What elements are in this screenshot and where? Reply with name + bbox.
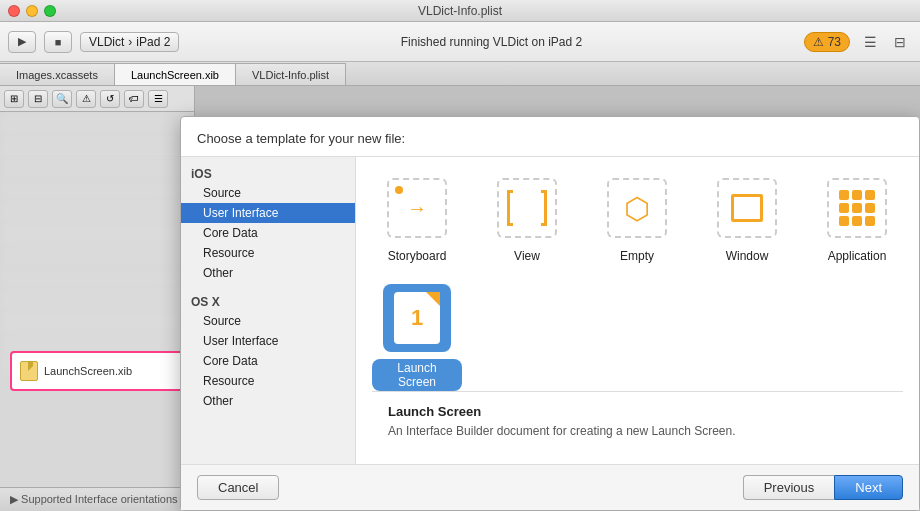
tab-launchscreen-xib[interactable]: LaunchScreen.xib bbox=[115, 63, 236, 85]
view-toggle-button[interactable]: ⊟ bbox=[888, 31, 912, 53]
breadcrumb-arrow: › bbox=[128, 35, 132, 49]
left-sidebar: ⊞ ⊟ 🔍 ⚠ ↺ 🏷 ☰ LaunchScreen.xib bbox=[0, 86, 195, 511]
play-button[interactable]: ▶ bbox=[8, 31, 36, 53]
cat-osx-resource[interactable]: Resource bbox=[181, 371, 355, 391]
cat-ios-user-interface[interactable]: User Interface bbox=[181, 203, 355, 223]
category-list: iOS Source User Interface Core Data Reso… bbox=[181, 157, 356, 464]
selected-file-name: LaunchScreen.xib bbox=[44, 365, 132, 377]
nav-buttons: Previous Next bbox=[743, 475, 903, 500]
tab-bar: Images.xcassets LaunchScreen.xib VLDict-… bbox=[0, 62, 920, 86]
warning-badge[interactable]: ⚠ 73 bbox=[804, 32, 850, 52]
device-name: iPad 2 bbox=[136, 35, 170, 49]
application-icon bbox=[822, 173, 892, 243]
grid-item-view[interactable]: View bbox=[482, 173, 572, 263]
view-label: View bbox=[514, 249, 540, 263]
file-icon bbox=[20, 361, 38, 381]
tab-images-xcassets[interactable]: Images.xcassets bbox=[0, 63, 115, 85]
cat-ios-resource[interactable]: Resource bbox=[181, 243, 355, 263]
window-label: Window bbox=[726, 249, 769, 263]
application-label: Application bbox=[828, 249, 887, 263]
minimize-button[interactable] bbox=[26, 5, 38, 17]
sidebar-btn-4[interactable]: ⚠ bbox=[76, 90, 96, 108]
editor-toggle-button[interactable]: ☰ bbox=[858, 31, 882, 53]
grid-item-storyboard[interactable]: → Storyboard bbox=[372, 173, 462, 263]
file-grid: → Storyboard View bbox=[356, 157, 919, 464]
cat-osx-core-data[interactable]: Core Data bbox=[181, 351, 355, 371]
previous-button[interactable]: Previous bbox=[743, 475, 835, 500]
launch-screen-label: Launch Screen bbox=[372, 359, 462, 391]
window-icon bbox=[712, 173, 782, 243]
grid-item-window[interactable]: Window bbox=[702, 173, 792, 263]
storyboard-icon: → bbox=[382, 173, 452, 243]
bottom-path: ▶ Supported Interface orientations (... bbox=[10, 493, 194, 506]
cat-ios-other[interactable]: Other bbox=[181, 263, 355, 283]
grid-item-empty[interactable]: ⬡ Empty bbox=[592, 173, 682, 263]
cat-osx-other[interactable]: Other bbox=[181, 391, 355, 411]
maximize-button[interactable] bbox=[44, 5, 56, 17]
cancel-button[interactable]: Cancel bbox=[197, 475, 279, 500]
cat-ios-core-data[interactable]: Core Data bbox=[181, 223, 355, 243]
main-area: ⊞ ⊟ 🔍 ⚠ ↺ 🏷 ☰ LaunchScreen.xib bbox=[0, 86, 920, 511]
description-text: An Interface Builder document for creati… bbox=[388, 423, 887, 440]
title-bar: VLDict-Info.plist bbox=[0, 0, 920, 22]
description-title: Launch Screen bbox=[388, 404, 887, 419]
dialog-body: iOS Source User Interface Core Data Reso… bbox=[181, 157, 919, 464]
sidebar-content bbox=[0, 114, 194, 376]
selected-file-indicator[interactable]: LaunchScreen.xib bbox=[10, 351, 184, 391]
empty-label: Empty bbox=[620, 249, 654, 263]
next-button[interactable]: Next bbox=[834, 475, 903, 500]
app-name: VLDict bbox=[89, 35, 124, 49]
view-icon bbox=[492, 173, 562, 243]
grid-items-container: → Storyboard View bbox=[372, 173, 903, 391]
sidebar-btn-7[interactable]: ☰ bbox=[148, 90, 168, 108]
storyboard-label: Storyboard bbox=[388, 249, 447, 263]
close-button[interactable] bbox=[8, 5, 20, 17]
cat-ios-source[interactable]: Source bbox=[181, 183, 355, 203]
launch-screen-icon-wrapper: 1 bbox=[382, 283, 452, 353]
dialog-header: Choose a template for your new file: bbox=[181, 117, 919, 157]
osx-section-header: OS X bbox=[181, 291, 355, 311]
new-file-dialog: Choose a template for your new file: iOS… bbox=[180, 116, 920, 511]
warning-icon: ⚠ bbox=[813, 35, 824, 49]
ios-section-header: iOS bbox=[181, 163, 355, 183]
sidebar-btn-2[interactable]: ⊟ bbox=[28, 90, 48, 108]
tab-vldict-info-plist[interactable]: VLDict-Info.plist bbox=[236, 63, 346, 85]
cat-osx-user-interface[interactable]: User Interface bbox=[181, 331, 355, 351]
sidebar-btn-6[interactable]: 🏷 bbox=[124, 90, 144, 108]
sidebar-btn-1[interactable]: ⊞ bbox=[4, 90, 24, 108]
toolbar-right-buttons: ☰ ⊟ bbox=[858, 31, 912, 53]
main-toolbar: ▶ ■ VLDict › iPad 2 Finished running VLD… bbox=[0, 22, 920, 62]
window-title: VLDict-Info.plist bbox=[418, 4, 502, 18]
scheme-selector[interactable]: VLDict › iPad 2 bbox=[80, 32, 179, 52]
run-status: Finished running VLDict on iPad 2 bbox=[187, 35, 795, 49]
grid-item-application[interactable]: Application bbox=[812, 173, 902, 263]
traffic-lights bbox=[8, 5, 56, 17]
stop-button[interactable]: ■ bbox=[44, 31, 72, 53]
dialog-footer: Cancel Previous Next bbox=[181, 464, 919, 510]
grid-item-launch-screen[interactable]: 1 Launch Screen bbox=[372, 283, 462, 391]
description-area: Launch Screen An Interface Builder docum… bbox=[372, 391, 903, 464]
sidebar-btn-3[interactable]: 🔍 bbox=[52, 90, 72, 108]
cat-osx-source[interactable]: Source bbox=[181, 311, 355, 331]
sidebar-toolbar: ⊞ ⊟ 🔍 ⚠ ↺ 🏷 ☰ bbox=[0, 86, 194, 112]
title-area: VLDict-Info.plist bbox=[418, 4, 502, 18]
warning-count: 73 bbox=[828, 35, 841, 49]
empty-icon: ⬡ bbox=[602, 173, 672, 243]
sidebar-btn-5[interactable]: ↺ bbox=[100, 90, 120, 108]
